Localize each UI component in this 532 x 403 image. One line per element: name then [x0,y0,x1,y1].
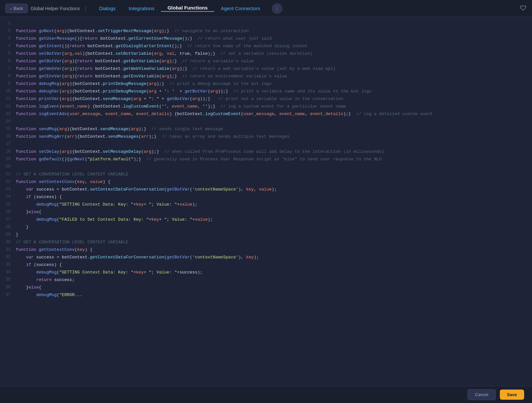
line-number: 2 [0,27,16,35]
code-line-2: 2 function goNext(arg){botContext.setTri… [0,27,532,35]
line-number: 5 [0,50,16,57]
code-line-28: 28 } [0,223,532,231]
line-content: function debugVar(arg){botContext.printD… [16,88,532,95]
save-button[interactable]: Save [500,390,524,400]
code-line-36: 36 }else{ [0,284,532,291]
line-content: function getIntent(){return botContext.g… [16,42,532,50]
back-label: Back [13,6,23,11]
line-number: 21 [0,171,16,178]
line-content: } [16,223,532,231]
code-line-4: 4 function getIntent(){return botContext… [0,42,532,50]
line-content: function sendMsg(arg){botContext.sendMes… [16,125,532,133]
line-content: debugMsg("FAILED to Set Context Data: Ke… [16,216,532,223]
line-number: 22 [0,178,16,186]
back-button[interactable]: ‹ Back [5,4,28,13]
line-number: 31 [0,246,16,253]
tab-dialogs[interactable]: Dialogs [92,6,122,11]
line-content: function getBotVar(arg){return botContex… [16,57,532,65]
line-content: if (success) { [16,261,532,269]
line-number: 35 [0,276,16,284]
code-line-1: 1 [0,20,532,27]
line-content: function printVar(arg){botContext.sendMe… [16,95,532,103]
line-content: } [16,231,532,238]
line-number: 1 [0,20,16,27]
line-number: 3 [0,35,16,42]
code-line-34: 34 debugMsg("GETTING Context Data: Key: … [0,269,532,276]
line-content: function setDelay(arg){botContext.setMes… [16,148,532,155]
code-line-11: 11 function printVar(arg){botContext.sen… [0,95,532,103]
line-content: debugMsg("SETTING Context Data: Key: "+k… [16,201,532,208]
line-content: function setBotVar(arg,val){botContext.s… [16,50,532,57]
line-content: }else{ [16,208,532,216]
main-content: 1 2 function goNext(arg){botContext.setT… [0,17,532,403]
line-content: function setContextConv(key, value) { [16,178,532,186]
code-line-14: 14 [0,118,532,125]
line-content: function debugMsg(arg){botContext.printD… [16,80,532,88]
code-line-17: 17 [0,140,532,148]
line-number: 7 [0,65,16,72]
code-line-30: 30 // GET A CONVERSATION LEVEL CONTEXT V… [0,238,532,246]
code-line-5: 5 function setBotVar(arg,val){botContext… [0,50,532,57]
line-number: 4 [0,42,16,50]
code-line-25: 25 debugMsg("SETTING Context Data: Key: … [0,201,532,208]
tab-integrations[interactable]: Integrations [122,6,161,11]
line-content: function getEnvVar(arg){return botContex… [16,72,532,80]
code-line-35: 35 return success; [0,276,532,284]
line-number: 16 [0,133,16,140]
line-content: function goDefault(){goNext("platform.de… [16,155,532,163]
code-line-24: 24 if (success) { [0,193,532,201]
line-content: }else{ [16,284,532,291]
line-number: 11 [0,95,16,103]
line-number: 28 [0,223,16,231]
code-line-19: 19 function goDefault(){goNext("platform… [0,155,532,163]
line-content: function sendMsgArr(arr){botContext.send… [16,133,532,140]
code-line-20: 20 [0,163,532,171]
line-number: 14 [0,118,16,125]
code-line-22: 22 function setContextConv(key, value) { [0,178,532,186]
code-line-29: 29 } [0,231,532,238]
code-editor[interactable]: 1 2 function goNext(arg){botContext.setT… [0,17,532,403]
line-number: 13 [0,110,16,118]
line-number: 33 [0,261,16,269]
code-line-18: 18 function setDelay(arg){botContext.set… [0,148,532,155]
code-lines: 1 2 function goNext(arg){botContext.setT… [0,17,532,301]
line-number: 26 [0,208,16,216]
page-title: Global Helper Functions [31,6,80,11]
line-content: function logEventAdv(user_message, event… [16,110,532,118]
line-number: 6 [0,57,16,65]
more-menu-button[interactable]: ⋮ [272,3,282,14]
line-content: function getUserMessage(){return botCont… [16,35,532,42]
line-content: debugMsg("ERROR... [16,291,532,299]
line-number: 15 [0,125,16,133]
code-line-23: 23 var success = botContext.setContextDa… [0,186,532,193]
line-number: 36 [0,284,16,291]
tab-global-functions[interactable]: Global Functions [161,5,215,12]
code-line-10: 10 function debugVar(arg){botContext.pri… [0,88,532,95]
line-number: 18 [0,148,16,155]
nav-divider: | [84,5,87,12]
code-line-27: 27 debugMsg("FAILED to Set Context Data:… [0,216,532,223]
line-number: 32 [0,253,16,261]
bottom-bar: Cancel Save [0,386,532,403]
line-content: var success = botContext.setContextDataF… [16,186,532,193]
line-content: function getContextConv(key) { [16,246,532,253]
line-number: 8 [0,72,16,80]
line-number: 10 [0,88,16,95]
line-content: function getWebVar(arg){return botContex… [16,65,532,72]
line-number: 25 [0,201,16,208]
nav-tabs: Dialogs Integrations Global Functions Ag… [92,5,267,12]
tab-agent-connectors[interactable]: Agent Connectors [214,6,267,11]
line-number: 29 [0,231,16,238]
line-content: function logEvent(event_name) {botContex… [16,103,532,110]
shield-icon: 🛡 [520,5,527,12]
code-line-31: 31 function getContextConv(key) { [0,246,532,253]
cancel-button[interactable]: Cancel [467,389,496,400]
back-chevron-icon: ‹ [10,6,11,11]
code-line-26: 26 }else{ [0,208,532,216]
line-content: function goNext(arg){botContext.setTrigg… [16,27,532,35]
line-number: 27 [0,216,16,223]
line-content: // SET A CONVERSATION LEVEL CONTEXT VARI… [16,171,532,178]
line-content: var success = botContext.getContextDataF… [16,253,532,261]
line-number: 24 [0,193,16,201]
code-line-7: 7 function getWebVar(arg){return botCont… [0,65,532,72]
